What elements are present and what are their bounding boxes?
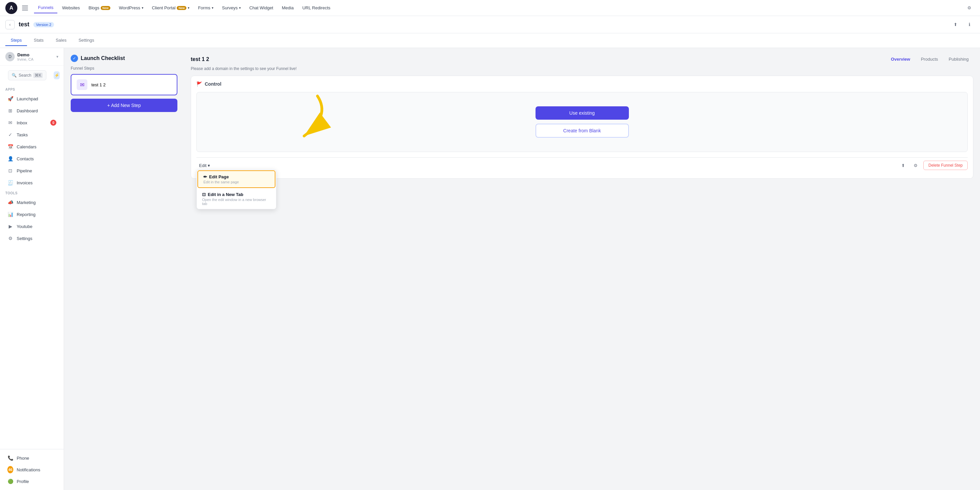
settings-icon[interactable]: ⚙ [964, 3, 975, 13]
surveys-chevron-icon: ▾ [239, 6, 241, 10]
sidebar-item-label: Reporting [17, 212, 35, 217]
flag-icon: 🚩 [196, 81, 202, 87]
profile-icon: 🟢 [7, 478, 13, 484]
add-step-button[interactable]: + Add New Step [71, 99, 177, 112]
sidebar-item-label: Youtube [17, 224, 32, 229]
sidebar-item-notifications[interactable]: 46 Notifications [2, 464, 62, 475]
sidebar-user[interactable]: D Demo Irvine, CA ▾ [0, 48, 64, 66]
calendars-icon: 📅 [7, 144, 13, 150]
step-name: test 1 2 [91, 82, 106, 88]
sidebar-item-contacts[interactable]: 👤 Contacts [2, 153, 62, 164]
user-location: Irvine, CA [18, 57, 54, 61]
search-label: Search [19, 73, 31, 78]
main-layout: D Demo Irvine, CA ▾ 🔍 Search ⌘K ⚡ Apps 🚀… [0, 48, 980, 490]
domain-notice: Please add a domain in the settings to s… [191, 66, 973, 71]
dropdown-item-edit-page[interactable]: ✏ Edit Page Edit in the same page [197, 170, 275, 188]
page-tabs: Steps Stats Sales Settings [0, 33, 980, 48]
sidebar-item-pipeline[interactable]: ⊡ Pipeline [2, 165, 62, 177]
create-blank-button[interactable]: Create from Blank [536, 124, 629, 138]
launchpad-icon: 🚀 [7, 95, 13, 102]
back-button[interactable]: ‹ [5, 20, 15, 29]
sidebar-item-marketing[interactable]: 📣 Marketing [2, 197, 62, 208]
right-panel-title: test 1 2 [191, 56, 209, 62]
right-panel-header: test 1 2 Overview Products Publishing [191, 55, 973, 64]
external-link-icon-btn[interactable]: ⬆ [898, 160, 908, 170]
nav-blogs[interactable]: Blogs New [84, 3, 114, 13]
nav-funnels[interactable]: Funnels [34, 2, 57, 13]
marketing-icon: 📣 [7, 199, 13, 205]
reporting-icon: 📊 [7, 212, 13, 217]
client-portal-chevron-icon: ▾ [188, 6, 189, 10]
sidebar-item-label: Dashboard [17, 108, 38, 113]
share-icon[interactable]: ⬆ [950, 19, 961, 30]
delete-funnel-step-button[interactable]: Delete Funnel Step [923, 161, 968, 170]
inbox-icon: ✉ [7, 120, 13, 126]
tab-settings[interactable]: Settings [73, 35, 99, 46]
sidebar-item-phone[interactable]: 📞 Phone [2, 452, 62, 464]
sidebar-item-inbox[interactable]: ✉ Inbox 0 [2, 117, 62, 128]
pencil-icon: ✏ [204, 174, 207, 179]
sidebar-item-launchpad[interactable]: 🚀 Launchpad [2, 93, 62, 104]
app-logo: A [5, 2, 18, 14]
checklist-icon: ✓ [71, 55, 78, 62]
settings-sidebar-icon: ⚙ [7, 235, 13, 241]
search-shortcut: ⌘K [33, 73, 43, 78]
checklist-header: ✓ Launch Checklist [71, 55, 177, 62]
sidebar-item-reporting[interactable]: 📊 Reporting [2, 208, 62, 220]
inbox-badge: 0 [50, 120, 56, 126]
dropdown-item-edit-new-tab[interactable]: ⊡ Edit in a New Tab Open the edit window… [197, 189, 276, 209]
tab-steps[interactable]: Steps [5, 35, 27, 46]
tab-sales[interactable]: Sales [50, 35, 72, 46]
info-icon[interactable]: ℹ [964, 19, 975, 30]
right-panel-tabs: Overview Products Publishing [886, 55, 973, 64]
bolt-button[interactable]: ⚡ [54, 72, 60, 80]
nav-url-redirects[interactable]: URL Redirects [298, 3, 334, 13]
sidebar-item-tasks[interactable]: ✓ Tasks [2, 129, 62, 140]
nav-websites[interactable]: Websites [58, 3, 84, 13]
right-tab-publishing[interactable]: Publishing [944, 55, 973, 64]
nav-wordpress[interactable]: WordPress ▾ [115, 3, 147, 13]
forms-chevron-icon: ▾ [212, 6, 213, 10]
nav-client-portal[interactable]: Client Portal New ▾ [148, 3, 193, 13]
use-existing-button[interactable]: Use existing [536, 107, 629, 120]
sidebar-item-label: Calendars [17, 144, 37, 150]
edit-new-tab-desc: Open the edit window in a new browser ta… [202, 198, 271, 206]
tasks-icon: ✓ [7, 132, 13, 138]
edit-chevron-icon: ▾ [208, 163, 210, 168]
sidebar-item-label: Phone [17, 456, 29, 461]
user-dropdown-chevron-icon: ▾ [56, 54, 58, 59]
dashboard-icon: ⊞ [7, 108, 13, 114]
edit-button[interactable]: Edit ▾ [196, 162, 213, 169]
sidebar-item-calendars[interactable]: 📅 Calendars [2, 141, 62, 152]
funnel-step-item[interactable]: ✉ test 1 2 [71, 74, 177, 95]
funnel-steps-label: Funnel Steps [71, 66, 177, 71]
right-tab-overview[interactable]: Overview [886, 55, 915, 64]
blogs-badge: New [101, 6, 110, 10]
edit-dropdown-menu: ✏ Edit Page Edit in the same page ⊡ Edit… [196, 169, 277, 209]
user-info: Demo Irvine, CA [18, 52, 54, 61]
hamburger-button[interactable] [20, 4, 30, 12]
nav-chat-widget[interactable]: Chat Widget [245, 3, 277, 13]
nav-links: Funnels Websites Blogs New WordPress ▾ C… [34, 2, 334, 13]
sidebar-item-settings[interactable]: ⚙ Settings [2, 233, 62, 244]
client-portal-badge: New [177, 6, 186, 10]
page-header-actions: ⬆ ℹ [950, 19, 975, 30]
version-badge: Version 2 [33, 22, 54, 27]
nav-media[interactable]: Media [278, 3, 298, 13]
gear-icon-btn[interactable]: ⚙ [911, 160, 921, 170]
search-button[interactable]: 🔍 Search ⌘K [8, 70, 46, 80]
step-content-area: Use existing Create from Blank [196, 92, 968, 152]
sidebar-item-dashboard[interactable]: ⊞ Dashboard [2, 105, 62, 116]
sidebar-item-label: Launchpad [17, 96, 38, 101]
sidebar-item-invoices[interactable]: 🧾 Invoices [2, 177, 62, 188]
right-tab-products[interactable]: Products [916, 55, 943, 64]
apps-section-label: Apps [0, 85, 64, 93]
control-label: Control [205, 81, 221, 87]
nav-surveys[interactable]: Surveys ▾ [218, 3, 245, 13]
nav-forms[interactable]: Forms ▾ [194, 3, 217, 13]
sidebar-item-profile[interactable]: 🟢 Profile [2, 476, 62, 487]
sidebar-item-youtube[interactable]: ▶ Youtube [2, 221, 62, 232]
sidebar-item-label: Contacts [17, 156, 34, 161]
tab-stats[interactable]: Stats [29, 35, 49, 46]
sidebar-item-label: Inbox [17, 120, 27, 125]
